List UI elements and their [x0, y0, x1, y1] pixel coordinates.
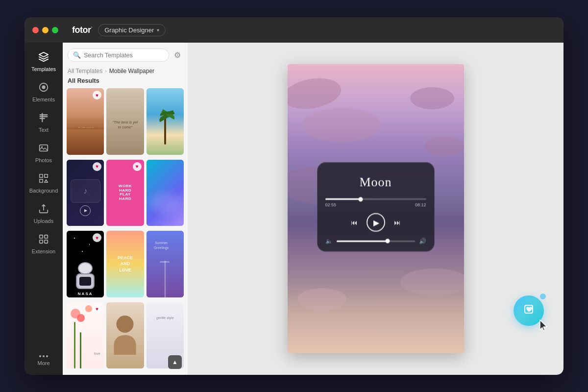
- background-icon: [38, 173, 49, 186]
- template-card-wave[interactable]: [147, 160, 184, 226]
- breadcrumb-current: Mobile Wallpaper: [109, 68, 154, 74]
- progress-bar[interactable]: [325, 198, 426, 200]
- app-logo: fotor°: [72, 25, 92, 35]
- breadcrumb: All Templates › Mobile Wallpaper: [63, 66, 188, 75]
- close-button[interactable]: [32, 27, 39, 33]
- designer-mode-button[interactable]: Graphic Designer ▾: [98, 24, 166, 36]
- templates-panel: 🔍 ⚙ All Templates › Mobile Wallpaper All…: [63, 43, 188, 375]
- template-card-music[interactable]: ♪ ▶ ♥: [67, 160, 104, 226]
- designer-label: Graphic Designer: [104, 26, 154, 34]
- sidebar-item-label: Elements: [32, 97, 55, 102]
- app-window: fotor° Graphic Designer ▾ Templates: [24, 17, 564, 375]
- extension-icon: [38, 234, 49, 246]
- sidebar-item-background[interactable]: Background: [27, 169, 60, 197]
- cloud-shape: [400, 269, 464, 295]
- sidebar-item-uploads[interactable]: Uploads: [27, 199, 60, 228]
- minimize-button[interactable]: [42, 27, 49, 33]
- sidebar-item-label: Uploads: [34, 218, 53, 224]
- canvas-area: Moon 02:55 08:12 ⏮: [188, 43, 564, 375]
- traffic-lights: [32, 27, 58, 33]
- play-button[interactable]: ▶: [367, 213, 385, 232]
- svg-rect-6: [40, 240, 43, 243]
- sidebar-item-templates[interactable]: Templates: [27, 48, 60, 76]
- search-bar: 🔍 ⚙: [63, 43, 188, 66]
- rewind-button[interactable]: ⏮: [351, 219, 358, 226]
- maximize-button[interactable]: [52, 27, 58, 33]
- sidebar-item-text[interactable]: Text: [27, 108, 60, 137]
- volume-bar: 🔈 🔊: [325, 238, 426, 245]
- sidebar-item-label: More: [37, 360, 49, 366]
- photos-icon: [38, 143, 49, 155]
- progress-dot: [358, 197, 363, 201]
- breadcrumb-separator: ›: [105, 68, 107, 74]
- sidebar-item-label: Background: [29, 188, 58, 194]
- template-card-street[interactable]: SummerGreetings: [147, 231, 184, 297]
- cloud-shape: [410, 87, 454, 109]
- player-title: Moon: [325, 174, 426, 190]
- fab-sparkle: [540, 294, 546, 299]
- time-current: 02:55: [325, 202, 337, 207]
- play-icon: ▶: [373, 218, 379, 227]
- sidebar-item-photos[interactable]: Photos: [27, 139, 60, 167]
- cursor-icon: [538, 319, 550, 336]
- svg-rect-5: [45, 235, 48, 238]
- player-controls: ⏮ ▶ ⏭: [325, 213, 426, 232]
- music-player-card: Moon 02:55 08:12 ⏮: [317, 162, 435, 252]
- template-card-work[interactable]: WORKHARDPLAYHARD ♥: [106, 160, 144, 226]
- sidebar-item-elements[interactable]: Elements: [27, 78, 60, 106]
- layers-icon: [38, 51, 49, 64]
- titlebar: fotor° Graphic Designer ▾: [24, 17, 564, 43]
- volume-track[interactable]: [337, 240, 415, 242]
- fab-container: [514, 295, 544, 326]
- breadcrumb-all-link[interactable]: All Templates: [68, 68, 102, 74]
- fastforward-button[interactable]: ⏭: [394, 219, 401, 226]
- templates-panel-inner: Autumn ♥ "The best is yet to come": [63, 88, 188, 375]
- cloud-shape: [297, 288, 346, 310]
- progress-fill: [325, 198, 361, 200]
- sidebar-item-more[interactable]: More: [35, 351, 51, 370]
- time-total: 08:12: [415, 202, 426, 207]
- volume-fill: [337, 240, 388, 242]
- uploads-icon: [38, 203, 49, 216]
- search-input[interactable]: [84, 52, 164, 59]
- volume-low-icon: 🔈: [325, 238, 333, 245]
- search-input-wrap: 🔍: [68, 49, 169, 62]
- volume-high-icon: 🔊: [419, 238, 426, 245]
- chevron-down-icon: ▾: [157, 27, 159, 33]
- heart-icon: [523, 303, 535, 318]
- text-icon: [38, 112, 49, 125]
- sidebar: Templates Elements Tex: [24, 43, 63, 375]
- sidebar-item-label: Text: [39, 127, 49, 133]
- template-card-palm[interactable]: [147, 88, 184, 155]
- template-card-autumn[interactable]: Autumn ♥: [67, 88, 104, 155]
- svg-rect-4: [40, 235, 43, 238]
- sidebar-item-label: Photos: [35, 157, 52, 163]
- time-labels: 02:55 08:12: [325, 202, 426, 207]
- template-grid: Autumn ♥ "The best is yet to come": [63, 88, 188, 375]
- favorites-fab[interactable]: [514, 295, 544, 326]
- sidebar-item-label: Extension: [32, 248, 55, 254]
- canvas-preview: Moon 02:55 08:12 ⏮: [288, 64, 464, 353]
- filter-button[interactable]: ⚙: [172, 49, 183, 62]
- template-card-peace[interactable]: PEACEANDLOVE: [106, 231, 144, 297]
- scroll-to-top-button[interactable]: ▲: [168, 355, 182, 369]
- cloud-shape: [288, 74, 343, 113]
- template-card-quote[interactable]: "The best is yet to come": [106, 88, 144, 155]
- more-dots-icon: [39, 355, 48, 357]
- svg-point-1: [42, 85, 45, 89]
- template-card-flowers[interactable]: love ♥: [67, 302, 104, 369]
- svg-rect-7: [45, 240, 48, 243]
- player-progress: 02:55 08:12: [325, 198, 426, 207]
- cloud-shape: [425, 137, 464, 156]
- results-label: All Results: [63, 75, 188, 88]
- sidebar-item-label: Templates: [31, 66, 56, 72]
- volume-dot: [385, 239, 390, 243]
- main-content: Templates Elements Tex: [24, 43, 564, 375]
- search-icon: 🔍: [73, 51, 81, 59]
- elements-icon: [38, 82, 49, 95]
- template-card-astro[interactable]: NASA ♥: [67, 231, 104, 297]
- cloud-shape: [302, 108, 381, 142]
- sidebar-item-extension[interactable]: Extension: [27, 230, 60, 258]
- svg-rect-2: [40, 145, 48, 151]
- template-card-portrait[interactable]: [106, 302, 144, 369]
